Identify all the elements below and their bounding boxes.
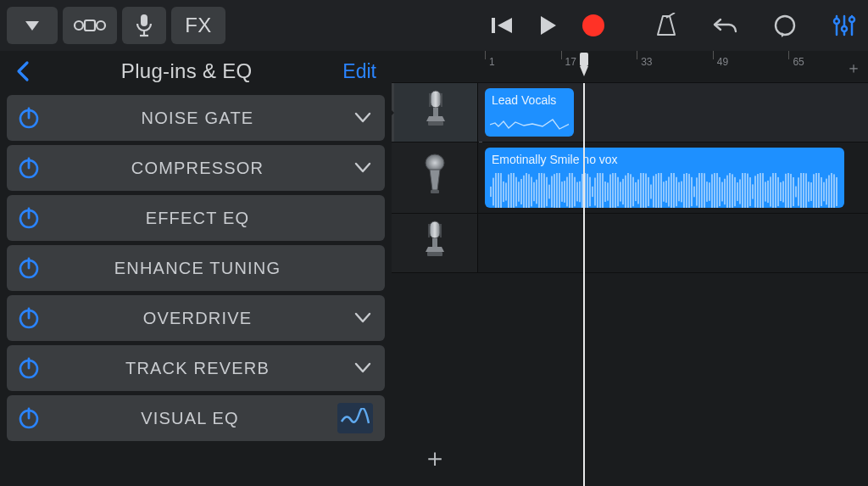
svg-rect-138 <box>739 179 741 204</box>
condenser-mic-icon <box>423 88 448 137</box>
fx-label: FX <box>185 14 212 37</box>
record-button[interactable] <box>573 7 614 44</box>
waveform <box>490 114 569 130</box>
sliders-icon <box>832 13 857 38</box>
plugin-power-toggle[interactable] <box>15 405 42 432</box>
svg-rect-130 <box>719 177 721 206</box>
plugin-power-toggle[interactable] <box>15 104 42 131</box>
svg-marker-183 <box>580 66 588 76</box>
metronome-icon <box>654 13 679 38</box>
undo-icon <box>712 14 739 36</box>
view-toggle-button[interactable] <box>63 7 117 44</box>
add-track-button[interactable]: ＋ <box>392 441 478 476</box>
svg-rect-159 <box>793 177 794 206</box>
track-lane[interactable]: Emotinally Smile no vox <box>478 142 868 213</box>
svg-rect-127 <box>711 174 713 208</box>
chevron-down-icon <box>353 108 373 128</box>
svg-rect-151 <box>772 173 774 208</box>
svg-rect-46 <box>505 182 507 200</box>
track-header[interactable] <box>392 214 478 272</box>
svg-rect-103 <box>650 185 652 199</box>
svg-rect-35 <box>428 121 443 126</box>
svg-rect-106 <box>658 173 659 208</box>
svg-rect-162 <box>800 173 802 208</box>
svg-rect-84 <box>602 173 604 208</box>
back-button[interactable] <box>15 60 31 82</box>
plugin-power-toggle[interactable] <box>15 204 42 232</box>
svg-point-16 <box>842 26 847 31</box>
svg-rect-176 <box>836 177 837 206</box>
svg-point-12 <box>776 16 794 35</box>
svg-rect-112 <box>673 173 675 208</box>
clip-title: Lead Vocals <box>492 93 567 107</box>
svg-rect-65 <box>554 174 555 208</box>
rewind-button[interactable] <box>481 7 522 44</box>
svg-rect-157 <box>787 173 789 208</box>
plugin-label: VISUAL EQ <box>42 409 337 428</box>
ruler-tick-label: 65 <box>793 56 804 68</box>
plugin-row[interactable]: EFFECT EQ <box>7 195 385 241</box>
svg-rect-45 <box>503 182 504 202</box>
svg-rect-102 <box>648 177 649 206</box>
plugin-power-toggle[interactable] <box>15 254 42 282</box>
svg-rect-171 <box>823 182 825 202</box>
visual-eq-thumb[interactable] <box>337 403 373 433</box>
svg-rect-92 <box>622 179 624 204</box>
plugin-row[interactable]: TRACK REVERB <box>7 345 385 391</box>
loop-button[interactable] <box>768 7 802 44</box>
svg-rect-83 <box>599 173 601 208</box>
svg-rect-168 <box>815 173 817 208</box>
track-header[interactable] <box>392 142 478 213</box>
plugin-row[interactable]: ENHANCE TUNING <box>7 245 385 291</box>
svg-rect-98 <box>637 180 639 204</box>
audio-clip[interactable]: Lead Vocals <box>485 88 574 137</box>
svg-rect-137 <box>737 182 738 201</box>
svg-rect-60 <box>541 173 542 208</box>
fx-button[interactable]: FX <box>171 7 225 44</box>
triangle-down-icon <box>22 15 42 36</box>
svg-marker-9 <box>541 16 556 35</box>
track-lane[interactable]: Lead Vocals <box>478 83 868 142</box>
svg-rect-95 <box>630 174 632 208</box>
plugin-row[interactable]: COMPRESSOR <box>7 145 385 191</box>
svg-rect-123 <box>701 173 703 208</box>
plugin-row[interactable]: NOISE GATE <box>7 95 385 141</box>
svg-rect-2 <box>85 20 95 31</box>
input-source-button[interactable] <box>122 7 166 44</box>
mixer-button[interactable] <box>827 7 861 44</box>
svg-rect-128 <box>714 173 715 208</box>
svg-rect-165 <box>808 182 810 201</box>
playhead[interactable] <box>583 83 585 486</box>
undo-button[interactable] <box>709 7 743 44</box>
view-toggle-icon <box>73 16 107 35</box>
svg-rect-172 <box>826 179 827 205</box>
svg-rect-39 <box>431 190 439 193</box>
audio-clip[interactable]: Emotinally Smile no vox <box>485 148 844 208</box>
track-header[interactable] <box>392 83 478 142</box>
edit-button[interactable]: Edit <box>342 60 376 83</box>
svg-rect-147 <box>762 173 764 208</box>
plugin-power-toggle[interactable] <box>15 304 42 332</box>
settings-dropdown-button[interactable] <box>7 7 58 44</box>
plugin-label: TRACK REVERB <box>42 359 353 378</box>
timeline-ruler[interactable]: ＋ 117334965 <box>392 51 868 83</box>
svg-rect-109 <box>665 181 667 203</box>
svg-rect-149 <box>767 181 769 203</box>
svg-rect-90 <box>617 177 619 206</box>
plugin-row[interactable]: OVERDRIVE <box>7 295 385 341</box>
svg-rect-115 <box>681 182 682 203</box>
play-button[interactable] <box>527 7 568 44</box>
plugin-row[interactable]: VISUAL EQ <box>7 395 385 441</box>
svg-rect-71 <box>569 173 570 208</box>
arrange-area: ＋ 117334965 ＋ Lead Vocals Emotinally Smi… <box>392 51 868 486</box>
svg-rect-132 <box>724 179 726 205</box>
plugin-power-toggle[interactable] <box>15 355 42 382</box>
svg-rect-104 <box>653 176 654 207</box>
plugin-power-toggle[interactable] <box>15 154 42 182</box>
svg-rect-174 <box>831 173 832 208</box>
metronome-button[interactable] <box>649 7 683 44</box>
add-section-button[interactable]: ＋ <box>846 58 861 78</box>
track-lane[interactable] <box>478 214 868 272</box>
svg-rect-43 <box>498 173 499 208</box>
svg-rect-63 <box>548 185 550 199</box>
